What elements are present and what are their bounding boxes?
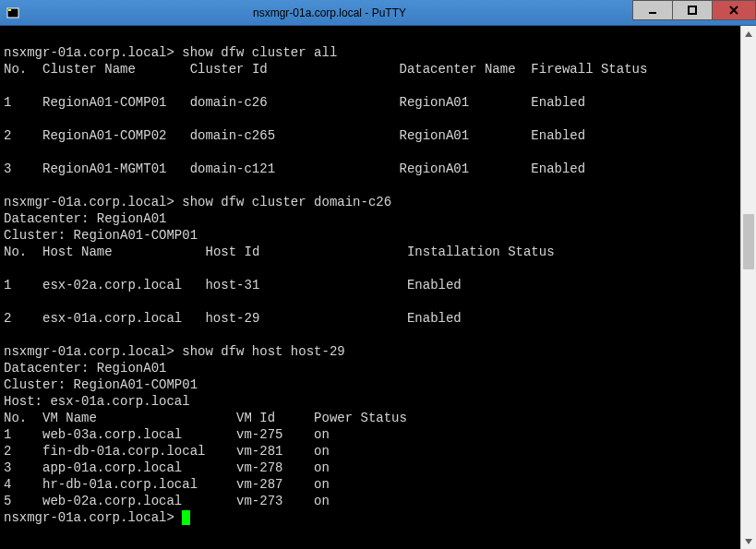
prompt: nsxmgr-01a.corp.local> (4, 45, 174, 60)
window-controls (633, 0, 756, 25)
svg-rect-1 (8, 9, 11, 11)
terminal-output[interactable]: nsxmgr-01a.corp.local> show dfw cluster … (0, 26, 740, 549)
table-row: 2 RegionA01-COMP02 domain-c265 RegionA01… (4, 128, 585, 143)
putty-icon (6, 6, 20, 20)
close-button[interactable] (712, 0, 756, 20)
vertical-scrollbar[interactable] (740, 26, 756, 549)
command-text: show dfw cluster all (182, 45, 337, 60)
command-text: show dfw host host-29 (182, 344, 344, 359)
scroll-down-arrow[interactable] (741, 533, 756, 549)
table-row: 4 hr-db-01a.corp.local vm-287 on (4, 477, 330, 492)
table-header: No. VM Name VM Id Power Status (4, 411, 407, 425)
svg-marker-7 (745, 539, 752, 544)
table-row: 3 RegionA01-MGMT01 domain-c121 RegionA01… (4, 161, 585, 176)
prompt: nsxmgr-01a.corp.local> (4, 195, 174, 209)
maximize-button[interactable] (672, 0, 713, 20)
table-row: 5 web-02a.corp.local vm-273 on (4, 494, 330, 508)
svg-rect-3 (689, 6, 696, 14)
info-line: Cluster: RegionA01-COMP01 (4, 377, 198, 392)
info-line: Datacenter: RegionA01 (4, 211, 166, 226)
prompt: nsxmgr-01a.corp.local> (4, 344, 174, 359)
table-row: 1 web-03a.corp.local vm-275 on (4, 427, 330, 442)
titlebar-left (0, 6, 26, 20)
table-row: 2 esx-01a.corp.local host-29 Enabled (4, 311, 462, 326)
window-title: nsxmgr-01a.corp.local - PuTTY (26, 6, 633, 19)
scroll-track[interactable] (741, 42, 756, 533)
scroll-thumb[interactable] (743, 214, 754, 269)
info-line: Datacenter: RegionA01 (4, 361, 166, 376)
table-row: 2 fin-db-01a.corp.local vm-281 on (4, 444, 330, 459)
minimize-button[interactable] (632, 0, 673, 20)
info-line: Cluster: RegionA01-COMP01 (4, 228, 198, 243)
cursor (182, 510, 190, 525)
titlebar[interactable]: nsxmgr-01a.corp.local - PuTTY (0, 0, 756, 26)
info-line: Host: esx-01a.corp.local (4, 394, 190, 409)
svg-rect-2 (649, 12, 656, 14)
scroll-up-arrow[interactable] (741, 26, 756, 42)
table-row: 3 app-01a.corp.local vm-278 on (4, 460, 330, 475)
table-header: No. Cluster Name Cluster Id Datacenter N… (4, 62, 647, 77)
table-row: 1 esx-02a.corp.local host-31 Enabled (4, 278, 462, 292)
table-row: 1 RegionA01-COMP01 domain-c26 RegionA01 … (4, 95, 585, 110)
svg-marker-6 (745, 31, 752, 37)
table-header: No. Host Name Host Id Installation Statu… (4, 245, 555, 259)
command-text: show dfw cluster domain-c26 (182, 195, 391, 209)
prompt: nsxmgr-01a.corp.local> (4, 510, 174, 525)
